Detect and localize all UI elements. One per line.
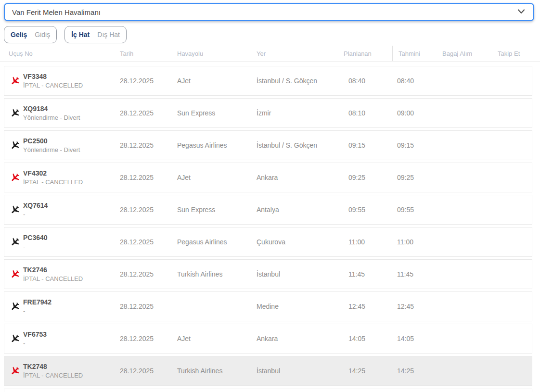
table-row[interactable]: TK2746 İPTAL - CANCELLED 28.12.2025 Turk…	[4, 259, 532, 289]
flight-number: VF3348	[23, 73, 120, 80]
flight-status: Yönlendirme - Divert	[23, 114, 120, 121]
airline: Turkish Airlines	[177, 270, 257, 278]
line-toggle: İç Hat Dış Hat	[64, 26, 127, 43]
airline: Sun Express	[177, 109, 257, 117]
planned-time: 09:15	[344, 141, 392, 149]
planned-time: 11:00	[344, 238, 392, 246]
table-row[interactable]: FRE7942 - 28.12.2025 Medine 12:45 12:45	[4, 291, 532, 321]
airport-select[interactable]: Van Ferit Melen Havalimanı	[4, 3, 534, 21]
flight-status: -	[23, 243, 120, 250]
toggle-ic-hat[interactable]: İç Hat	[71, 31, 90, 38]
toggle-dis-hat[interactable]: Dış Hat	[97, 31, 120, 38]
col-header-planned: Planlanan	[344, 46, 392, 61]
flight-no-cell: XQ7614 -	[23, 202, 120, 218]
plane-icon	[10, 237, 23, 247]
toggle-gelis[interactable]: Geliş	[11, 31, 27, 38]
airline: AJet	[177, 335, 257, 342]
table-row[interactable]: XQ7614 - 28.12.2025 Sun Express Antalya …	[4, 195, 532, 225]
flight-date: 28.12.2025	[120, 77, 177, 85]
plane-icon	[10, 333, 23, 344]
table-row[interactable]: TK2748 İPTAL - CANCELLED 28.12.2025 Turk…	[4, 356, 532, 386]
flight-status: -	[23, 307, 120, 315]
estimated-time: 11:45	[392, 270, 442, 278]
table-row[interactable]: VF6753 - 28.12.2025 AJet Ankara 14:05 14…	[4, 324, 532, 354]
planned-time: 09:55	[344, 206, 392, 214]
plane-icon	[10, 204, 23, 215]
origin-place: Antalya	[257, 206, 344, 214]
flight-date: 28.12.2025	[120, 109, 177, 117]
airline: AJet	[177, 174, 257, 181]
estimated-time: 12:45	[392, 303, 442, 310]
table-row[interactable]: XQ9184 Yönlendirme - Divert 28.12.2025 S…	[4, 98, 532, 128]
airline: AJet	[177, 77, 257, 85]
plane-icon	[10, 269, 23, 279]
planned-time: 08:40	[344, 77, 392, 85]
flight-number: VF6753	[23, 330, 120, 338]
origin-place: Ankara	[257, 335, 344, 342]
flight-number: XQ9184	[23, 105, 120, 113]
plane-icon	[10, 366, 23, 376]
planned-time: 11:45	[344, 270, 392, 278]
flight-number: PC3640	[23, 234, 120, 241]
col-header-flight-no: Uçuş No	[9, 46, 120, 61]
estimated-time: 09:25	[392, 174, 442, 181]
flight-status: İPTAL - CANCELLED	[23, 82, 120, 89]
estimated-time: 14:25	[392, 367, 442, 375]
table-row[interactable]: PC2500 Yönlendirme - Divert 28.12.2025 P…	[4, 130, 532, 160]
flight-no-cell: PC3640 -	[23, 234, 120, 250]
plane-icon	[10, 140, 23, 151]
estimated-time: 09:55	[392, 206, 442, 214]
flight-no-cell: FRE7942 -	[23, 298, 120, 315]
col-header-airline: Havayolu	[177, 46, 257, 61]
estimated-time: 09:00	[392, 109, 442, 117]
planned-time: 14:25	[344, 367, 392, 375]
flight-no-cell: TK2746 İPTAL - CANCELLED	[23, 266, 120, 282]
flight-number: PC2500	[23, 137, 120, 145]
col-header-track: Takip Et	[498, 46, 540, 61]
flight-date: 28.12.2025	[120, 367, 177, 375]
flight-no-cell: VF4302 İPTAL - CANCELLED	[23, 169, 120, 186]
toggle-gidis[interactable]: Gidiş	[35, 31, 50, 38]
estimated-time: 09:15	[392, 141, 442, 149]
col-header-baggage: Bagaj Alım	[442, 46, 498, 61]
flight-number: VF4302	[23, 169, 120, 177]
plane-icon	[10, 172, 23, 183]
estimated-time: 08:40	[392, 77, 442, 85]
flight-date: 28.12.2025	[120, 270, 177, 278]
flight-number: TK2746	[23, 266, 120, 274]
planned-time: 08:10	[344, 109, 392, 117]
flight-date: 28.12.2025	[120, 238, 177, 246]
flight-number: XQ7614	[23, 202, 120, 209]
table-row[interactable]: PC3640 - 28.12.2025 Pegasus Airlines Çuk…	[4, 227, 532, 257]
table-row-partial	[4, 389, 532, 392]
flight-date: 28.12.2025	[120, 206, 177, 214]
flight-no-cell: XQ9184 Yönlendirme - Divert	[23, 105, 120, 121]
origin-place: İstanbul / S. Gökçen	[257, 141, 344, 149]
flight-date: 28.12.2025	[120, 335, 177, 342]
airport-select-wrap: Van Ferit Melen Havalimanı	[4, 3, 534, 21]
origin-place: Çukurova	[257, 238, 344, 246]
flight-date: 28.12.2025	[120, 141, 177, 149]
flight-number: FRE7942	[23, 298, 120, 306]
origin-place: İstanbul	[257, 270, 344, 278]
table-header: Uçuş No Tarih Havayolu Yer Planlanan Tah…	[0, 46, 540, 62]
flight-date: 28.12.2025	[120, 174, 177, 181]
flight-no-cell: TK2748 İPTAL - CANCELLED	[23, 363, 120, 379]
flight-status: İPTAL - CANCELLED	[23, 275, 120, 282]
estimated-time: 14:05	[392, 335, 442, 342]
airline: Sun Express	[177, 206, 257, 214]
plane-icon	[10, 76, 23, 86]
table-row[interactable]: VF3348 İPTAL - CANCELLED 28.12.2025 AJet…	[4, 66, 532, 96]
estimated-time: 11:00	[392, 238, 442, 246]
flight-status: -	[23, 340, 120, 347]
origin-place: Medine	[257, 303, 344, 310]
col-header-estimated: Tahmini	[392, 46, 442, 61]
planned-time: 09:25	[344, 174, 392, 181]
airline: Turkish Airlines	[177, 367, 257, 375]
col-header-place: Yer	[257, 46, 344, 61]
planned-time: 12:45	[344, 303, 392, 310]
flight-number: TK2748	[23, 363, 120, 370]
plane-icon	[10, 301, 23, 312]
airline: Pegasus Airlines	[177, 238, 257, 246]
table-row[interactable]: VF4302 İPTAL - CANCELLED 28.12.2025 AJet…	[4, 163, 532, 192]
